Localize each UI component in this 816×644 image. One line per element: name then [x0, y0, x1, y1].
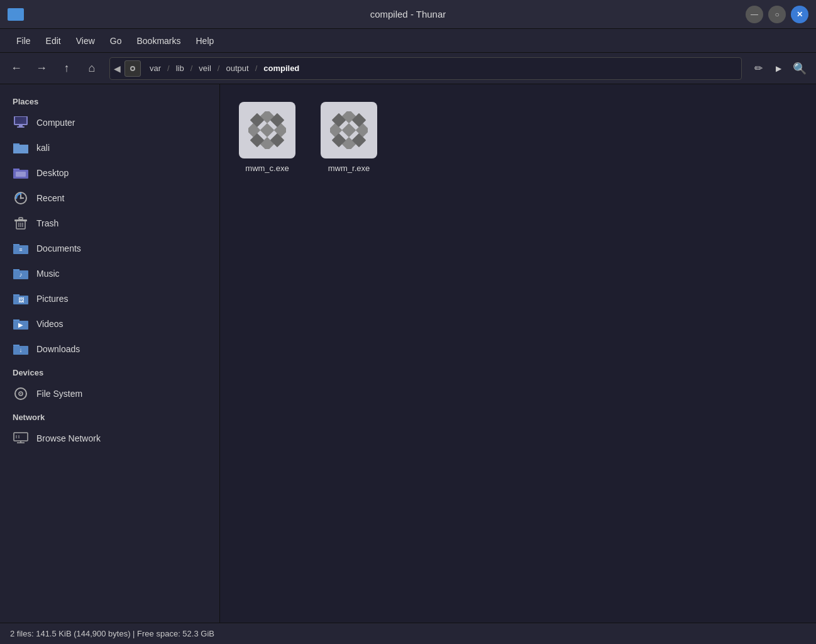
edit-path-button[interactable]: ✏ — [748, 58, 768, 79]
sidebar-item-kali-label: kali — [36, 143, 50, 153]
file-item-mwm-c[interactable]: mwm_c.exe — [233, 97, 302, 178]
svg-rect-46 — [342, 123, 356, 138]
titlebar: compiled - Thunar — ○ ✕ — [0, 0, 816, 29]
sidebar-item-documents-label: Documents — [36, 243, 81, 253]
sidebar-item-downloads[interactable]: ↓ Downloads — [0, 336, 219, 362]
folder-downloads-icon: ↓ — [13, 341, 29, 357]
svg-rect-8 — [16, 172, 26, 177]
exe-icon-mwm-r — [321, 102, 377, 158]
minimize-button[interactable]: — — [746, 6, 763, 23]
folder-music-icon: ♪ — [13, 265, 29, 282]
breadcrumb-output[interactable]: output — [219, 62, 255, 74]
main-layout: Places Computer — [0, 84, 816, 623]
sidebar: Places Computer — [0, 84, 220, 623]
svg-rect-1 — [14, 116, 28, 125]
home-button[interactable]: ⌂ — [80, 57, 103, 80]
chevron-right-icon: ▶ — [776, 64, 781, 73]
sidebar-item-pictures[interactable]: 🖼 Pictures — [0, 286, 219, 311]
search-icon: 🔍 — [793, 62, 807, 75]
svg-text:▶: ▶ — [18, 321, 23, 328]
svg-rect-4 — [17, 126, 25, 128]
breadcrumb-veil[interactable]: veil — [192, 62, 218, 74]
breadcrumb-prev-arrow[interactable]: ◀ — [113, 64, 122, 74]
sidebar-item-desktop[interactable]: Desktop — [0, 160, 219, 186]
breadcrumb-var[interactable]: var — [143, 62, 167, 74]
file-item-mwm-r[interactable]: mwm_r.exe — [314, 97, 383, 178]
minimize-icon: — — [751, 10, 758, 19]
sidebar-item-kali[interactable]: kali — [0, 135, 219, 160]
folder-home-icon — [13, 140, 29, 156]
network-header: Network — [0, 406, 219, 426]
menu-edit[interactable]: Edit — [40, 33, 67, 48]
sidebar-item-computer[interactable]: Computer — [0, 110, 219, 135]
places-header: Places — [0, 91, 219, 110]
menu-file[interactable]: File — [10, 33, 37, 48]
sidebar-item-computer-label: Computer — [36, 118, 75, 128]
network-icon — [13, 430, 29, 447]
maximize-icon: ○ — [775, 10, 779, 19]
forward-button[interactable]: → — [30, 57, 53, 80]
devices-header: Devices — [0, 362, 219, 381]
computer-icon — [13, 114, 29, 131]
svg-text:↓: ↓ — [19, 347, 23, 353]
folder-docs-icon: ≡ — [13, 240, 29, 257]
app-icon — [8, 8, 24, 21]
breadcrumb-lib[interactable]: lib — [170, 62, 190, 74]
folder-pics-icon: 🖼 — [13, 291, 29, 307]
file-name-mwm-c: mwm_c.exe — [245, 164, 289, 173]
sidebar-item-browse-network[interactable]: Browse Network — [0, 426, 219, 451]
breadcrumb-compiled[interactable]: compiled — [257, 62, 306, 74]
sidebar-item-trash[interactable]: Trash — [0, 211, 219, 236]
maximize-button[interactable]: ○ — [768, 6, 786, 23]
content-area: mwm_c.exe — [220, 84, 816, 623]
sidebar-item-desktop-label: Desktop — [36, 168, 69, 178]
svg-point-31 — [20, 393, 21, 394]
sidebar-item-recent-label: Recent — [36, 193, 64, 203]
svg-point-12 — [20, 197, 22, 199]
folder-videos-icon: ▶ — [13, 316, 29, 332]
svg-rect-3 — [19, 125, 23, 126]
search-button[interactable]: 🔍 — [788, 57, 811, 80]
sidebar-item-downloads-label: Downloads — [36, 344, 80, 354]
svg-text:≡: ≡ — [19, 247, 22, 253]
svg-rect-32 — [14, 433, 28, 441]
window-controls: — ○ ✕ — [746, 6, 808, 23]
breadcrumb: ◀ var / lib / veil / output / compiled — [109, 57, 742, 80]
home-icon: ⌂ — [89, 62, 96, 75]
sidebar-item-filesystem-label: File System — [36, 389, 82, 399]
sidebar-item-documents[interactable]: ≡ Documents — [0, 236, 219, 261]
back-button[interactable]: ← — [5, 57, 28, 80]
sidebar-item-recent[interactable]: Recent — [0, 186, 219, 211]
forward-icon: → — [36, 62, 47, 75]
menu-view[interactable]: View — [70, 33, 101, 48]
up-button[interactable]: ↑ — [55, 57, 78, 80]
close-icon: ✕ — [797, 10, 803, 19]
sidebar-item-videos[interactable]: ▶ Videos — [0, 311, 219, 336]
sidebar-item-trash-label: Trash — [36, 218, 58, 228]
svg-text:🖼: 🖼 — [18, 297, 24, 303]
disk-icon — [13, 386, 29, 402]
exe-icon-mwm-c — [239, 102, 295, 158]
sidebar-item-filesystem[interactable]: File System — [0, 381, 219, 406]
sidebar-item-music[interactable]: ♪ Music — [0, 261, 219, 286]
expand-button[interactable]: ▶ — [771, 58, 786, 79]
svg-text:♪: ♪ — [19, 271, 23, 278]
menu-bookmarks[interactable]: Bookmarks — [130, 33, 187, 48]
breadcrumb-root[interactable] — [124, 60, 141, 77]
up-icon: ↑ — [64, 62, 70, 75]
statusbar-text: 2 files: 141.5 KiB (144,900 bytes) | Fre… — [10, 629, 214, 638]
toolbar: ← → ↑ ⌂ ◀ var / lib / veil / output / co… — [0, 53, 816, 84]
root-dot-icon — [130, 66, 135, 71]
window-title: compiled - Thunar — [370, 9, 446, 19]
close-button[interactable]: ✕ — [791, 6, 808, 23]
svg-rect-37 — [260, 123, 275, 138]
file-name-mwm-r: mwm_r.exe — [328, 164, 370, 173]
statusbar: 2 files: 141.5 KiB (144,900 bytes) | Fre… — [0, 623, 816, 644]
trash-icon — [13, 215, 29, 231]
menu-go[interactable]: Go — [104, 33, 128, 48]
sidebar-item-videos-label: Videos — [36, 319, 63, 329]
edit-icon: ✏ — [754, 62, 763, 74]
sidebar-item-browse-network-label: Browse Network — [36, 433, 101, 443]
menu-help[interactable]: Help — [190, 33, 221, 48]
menubar: File Edit View Go Bookmarks Help — [0, 29, 816, 53]
